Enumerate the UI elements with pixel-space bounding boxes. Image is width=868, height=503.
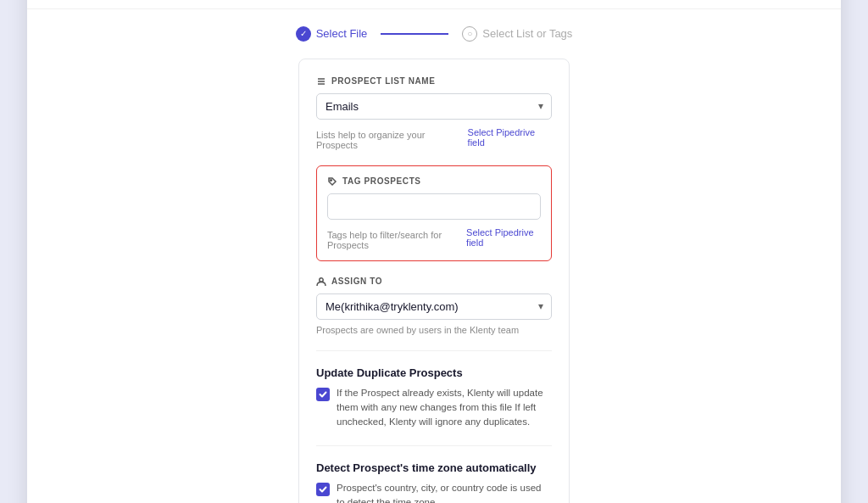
detect-timezone-title: Detect Prospect's time zone automaticall… xyxy=(316,461,552,474)
step-2-circle: ○ xyxy=(462,26,477,42)
tag-icon xyxy=(327,176,337,187)
divider-2 xyxy=(316,445,552,446)
assign-to-section: ASSIGN TO Me(krithika@tryklenty.com) Oth… xyxy=(316,277,552,335)
detect-timezone-checkbox[interactable] xyxy=(316,483,330,496)
prospect-list-select-wrapper: Emails Contacts Leads ▾ xyxy=(316,93,552,120)
step-1-label: Select File xyxy=(316,27,368,40)
step-select-file: ✓ Select File xyxy=(296,26,368,42)
prospect-list-select[interactable]: Emails Contacts Leads xyxy=(316,93,552,120)
detect-timezone-description: Prospect's country, city, or country cod… xyxy=(337,481,552,503)
tag-prospects-label: TAG PROSPECTS xyxy=(327,176,541,187)
detect-timezone-row: Prospect's country, city, or country cod… xyxy=(316,481,552,503)
tag-prospects-input[interactable] xyxy=(327,193,541,220)
divider-1 xyxy=(316,350,552,351)
step-2-label: Select List or Tags xyxy=(482,27,572,40)
step-select-list: ○ Select List or Tags xyxy=(462,26,572,42)
tag-prospects-section: TAG PROSPECTS Tags help to filter/search… xyxy=(316,165,552,261)
svg-point-5 xyxy=(331,180,332,182)
check-icon xyxy=(319,390,327,399)
assign-to-helper: Prospects are owned by users in the Klen… xyxy=(316,325,552,335)
svg-point-6 xyxy=(320,278,323,282)
assign-to-label: ASSIGN TO xyxy=(316,277,552,287)
update-duplicates-description: If the Prospect already exists, Klenty w… xyxy=(337,386,552,430)
update-duplicates-title: Update Duplicate Prospects xyxy=(316,366,552,379)
assign-to-select-wrapper: Me(krithika@tryklenty.com) Other user ▾ xyxy=(316,293,552,320)
check-icon-2 xyxy=(319,485,327,494)
steps-container: ✓ Select File ○ Select List or Tags xyxy=(27,9,841,50)
detect-timezone-section: Detect Prospect's time zone automaticall… xyxy=(316,461,552,503)
update-duplicates-section: Update Duplicate Prospects If the Prospe… xyxy=(316,366,552,430)
prospect-list-pipedrive-link[interactable]: Select Pipedrive field xyxy=(468,127,552,148)
tag-prospects-pipedrive-link[interactable]: Select Pipedrive field xyxy=(466,227,541,248)
step-1-circle: ✓ xyxy=(296,26,311,42)
modal-header: ‹ P Import from Pipedrive Start Import × xyxy=(27,0,841,9)
list-icon xyxy=(316,76,326,87)
modal-container: ‹ P Import from Pipedrive Start Import ×… xyxy=(27,0,841,503)
assign-to-select[interactable]: Me(krithika@tryklenty.com) Other user xyxy=(316,293,552,320)
prospect-list-section: PROSPECT LIST NAME Emails Contacts Leads… xyxy=(316,76,552,150)
tag-prospects-helper: Tags help to filter/search for Prospects… xyxy=(327,225,541,250)
prospect-list-label: PROSPECT LIST NAME xyxy=(316,76,552,87)
update-duplicates-row: If the Prospect already exists, Klenty w… xyxy=(316,386,552,430)
update-duplicates-checkbox[interactable] xyxy=(316,388,330,401)
main-content: PROSPECT LIST NAME Emails Contacts Leads… xyxy=(27,50,841,503)
prospect-list-helper: Lists help to organize your Prospects Se… xyxy=(316,125,552,150)
step-connector xyxy=(381,33,448,35)
user-icon xyxy=(316,277,326,287)
form-card: PROSPECT LIST NAME Emails Contacts Leads… xyxy=(298,59,570,503)
